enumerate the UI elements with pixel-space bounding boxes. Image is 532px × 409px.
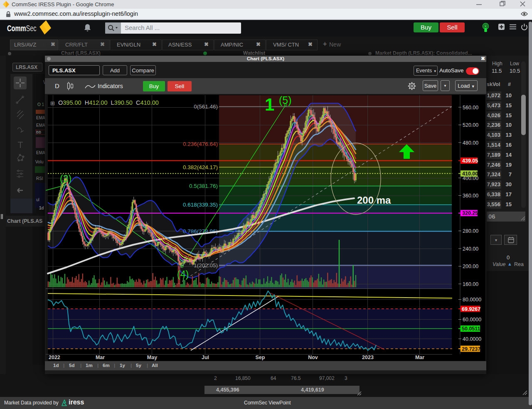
svg-text:Mar: Mar bbox=[96, 355, 105, 360]
svg-text:0.236(476.64): 0.236(476.64) bbox=[183, 141, 218, 147]
svg-text:480.00: 480.00 bbox=[463, 140, 478, 146]
svg-text:(3): (3) bbox=[60, 173, 71, 184]
svg-text:(5): (5) bbox=[279, 95, 292, 106]
svg-text:0.5(381.76): 0.5(381.76) bbox=[189, 183, 218, 189]
svg-text:0(561.46): 0(561.46) bbox=[194, 103, 218, 110]
svg-text:439.05: 439.05 bbox=[462, 158, 478, 164]
svg-text:0.382(424.17): 0.382(424.17) bbox=[183, 164, 218, 170]
svg-text:320.25: 320.25 bbox=[462, 210, 478, 216]
svg-text:160.00: 160.00 bbox=[463, 281, 478, 287]
svg-text:2023: 2023 bbox=[362, 355, 374, 360]
svg-text:Jul: Jul bbox=[202, 355, 209, 360]
svg-text:50.0511: 50.0511 bbox=[462, 326, 480, 332]
svg-text:240.00: 240.00 bbox=[463, 246, 478, 252]
svg-text:0.618(339.35): 0.618(339.35) bbox=[183, 202, 218, 208]
svg-text:200.00: 200.00 bbox=[463, 264, 478, 269]
svg-text:2022: 2022 bbox=[49, 355, 60, 360]
svg-text:May: May bbox=[147, 355, 157, 360]
svg-text:560.00: 560.00 bbox=[463, 105, 478, 111]
svg-text:Nov: Nov bbox=[308, 355, 318, 360]
svg-text:29.7237: 29.7237 bbox=[462, 346, 480, 352]
svg-text:200 ma: 200 ma bbox=[357, 195, 391, 206]
svg-text:1: 1 bbox=[265, 95, 274, 114]
svg-text:69.9267: 69.9267 bbox=[462, 306, 480, 312]
svg-text:410.00: 410.00 bbox=[462, 171, 478, 177]
svg-text:⊞: ⊞ bbox=[50, 100, 55, 106]
svg-text:(4): (4) bbox=[177, 269, 189, 280]
svg-text:60.0000: 60.0000 bbox=[463, 317, 481, 323]
svg-text:520.00: 520.00 bbox=[463, 122, 478, 128]
svg-text:80.0000: 80.0000 bbox=[463, 297, 481, 303]
svg-text:Mar: Mar bbox=[415, 355, 424, 360]
svg-text:40.0000: 40.0000 bbox=[463, 336, 481, 342]
svg-text:360.00: 360.00 bbox=[463, 193, 478, 199]
svg-text:Sep: Sep bbox=[256, 355, 265, 360]
svg-text:280.00: 280.00 bbox=[463, 228, 478, 234]
